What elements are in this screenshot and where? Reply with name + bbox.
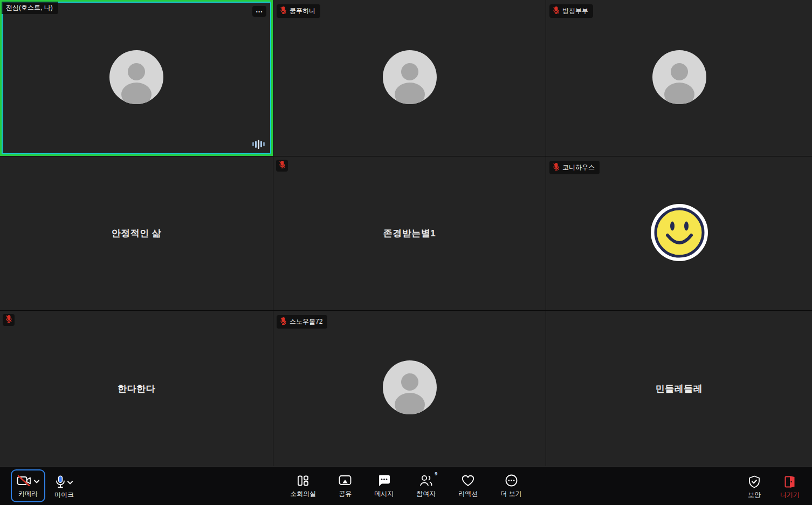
participant-name-label: 스노우볼72 xyxy=(290,318,322,325)
toolbar-center-group: 소회의실 공유 xyxy=(285,470,526,501)
participant-name-chip: 쿵푸하니 xyxy=(277,4,320,18)
camera-off-icon xyxy=(17,475,32,487)
avatar xyxy=(652,50,706,106)
ellipsis-icon: ⋯ xyxy=(256,8,263,15)
participant-name-chip: 스노우볼72 xyxy=(277,315,327,329)
participant-name-label: 한다한다 xyxy=(0,311,273,466)
more-button[interactable]: 더 보기 xyxy=(496,470,526,501)
leave-meeting-button[interactable]: 나가기 xyxy=(775,472,804,502)
message-label: 메시지 xyxy=(374,490,394,497)
mic-button[interactable]: 마이크 xyxy=(50,472,79,502)
mic-muted-icon xyxy=(553,6,559,15)
chat-bubble-icon xyxy=(377,474,390,488)
mic-button-label: 마이크 xyxy=(54,492,74,498)
tile-more-button[interactable]: ⋯ xyxy=(252,6,266,17)
participant-name-label: 방정부부 xyxy=(562,8,588,14)
video-tile[interactable]: 방정부부 xyxy=(546,0,812,156)
message-button[interactable]: 메시지 xyxy=(369,470,398,501)
participant-name-chip: 코니하우스 xyxy=(549,161,600,174)
participants-count-badge: 9 xyxy=(435,472,437,476)
participant-name-label: 전심(호스트, 나) xyxy=(6,4,53,11)
chevron-down-icon[interactable] xyxy=(67,479,73,486)
mic-muted-icon xyxy=(280,317,286,326)
participants-icon: 9 xyxy=(419,474,433,488)
share-screen-label: 공유 xyxy=(339,490,352,497)
reactions-button[interactable]: 리액션 xyxy=(453,470,483,501)
security-button[interactable]: 보안 xyxy=(743,472,766,502)
share-screen-icon xyxy=(339,475,352,488)
breakout-rooms-icon xyxy=(297,475,309,488)
audio-level-icon xyxy=(252,139,265,149)
video-tile[interactable]: 존경받는별1 xyxy=(273,156,546,310)
camera-button[interactable]: 카메라 xyxy=(11,469,45,502)
video-tile[interactable]: 쿵푸하니 xyxy=(273,0,546,156)
more-ellipsis-icon xyxy=(505,474,518,488)
shield-check-icon xyxy=(748,475,760,489)
mic-muted-icon xyxy=(6,315,12,325)
video-tile[interactable]: 스노우볼72 xyxy=(273,311,546,466)
meeting-toolbar: 카메라 마이크 xyxy=(0,466,812,504)
toolbar-left-group: 카메라 마이크 xyxy=(11,469,79,502)
breakout-rooms-button[interactable]: 소회의실 xyxy=(285,470,321,501)
avatar xyxy=(383,50,437,106)
mic-muted-chip xyxy=(3,314,15,326)
chevron-down-icon[interactable] xyxy=(34,478,39,484)
video-tile[interactable]: 한다한다 xyxy=(0,311,273,466)
security-label: 보안 xyxy=(748,492,761,498)
participant-name-label: 존경받는별1 xyxy=(273,156,546,310)
mic-icon xyxy=(56,475,65,489)
video-tile[interactable]: 민들레들레 xyxy=(546,311,812,466)
participant-name-label: 안정적인 삶 xyxy=(0,156,273,310)
smiley-avatar xyxy=(651,204,708,263)
reactions-label: 리액션 xyxy=(458,490,478,497)
participant-name-chip: 전심(호스트, 나) xyxy=(2,2,58,14)
more-label: 더 보기 xyxy=(500,490,521,497)
participant-name-label: 민들레들레 xyxy=(546,311,812,466)
toolbar-right-group: 보안 나가기 xyxy=(743,472,804,502)
heart-icon xyxy=(462,475,474,488)
participant-name-chip: 방정부부 xyxy=(549,4,593,18)
leave-label: 나가기 xyxy=(780,492,800,498)
video-tile-host[interactable]: 전심(호스트, 나) ⋯ xyxy=(0,0,273,156)
participant-name-label: 코니하우스 xyxy=(562,164,595,170)
video-tile[interactable]: 안정적인 삶 xyxy=(0,156,273,310)
camera-button-label: 카메라 xyxy=(18,490,38,497)
mic-muted-icon xyxy=(280,6,286,15)
mic-muted-icon xyxy=(553,163,559,172)
participant-name-label: 쿵푸하니 xyxy=(290,8,315,14)
breakout-rooms-label: 소회의실 xyxy=(290,490,316,497)
share-screen-button[interactable]: 공유 xyxy=(334,470,356,501)
avatar xyxy=(109,50,163,106)
avatar xyxy=(383,360,437,417)
video-tile[interactable]: 코니하우스 xyxy=(546,156,812,310)
mic-muted-chip xyxy=(276,160,288,172)
mic-muted-icon xyxy=(279,161,285,170)
participants-label: 참여자 xyxy=(416,490,436,497)
leave-door-icon xyxy=(784,475,796,489)
participants-button[interactable]: 9 참여자 xyxy=(411,470,441,501)
video-grid: 전심(호스트, 나) ⋯ xyxy=(0,0,812,466)
